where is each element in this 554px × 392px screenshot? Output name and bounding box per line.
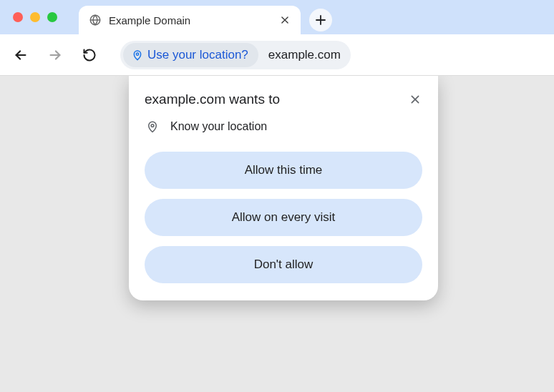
permission-prompt-title: example.com wants to <box>145 92 280 107</box>
toolbar: Use your location? example.com <box>0 34 554 76</box>
close-icon[interactable] <box>408 92 422 107</box>
svg-point-1 <box>136 53 138 55</box>
window-maximize-button[interactable] <box>47 12 57 22</box>
window-controls <box>6 0 79 34</box>
svg-point-2 <box>151 124 154 127</box>
tab-title: Example Domain <box>109 14 272 26</box>
forward-button[interactable] <box>44 44 66 66</box>
window-close-button[interactable] <box>13 12 23 22</box>
permission-label: Know your location <box>170 120 267 133</box>
address-bar[interactable]: Use your location? example.com <box>120 41 351 69</box>
deny-button[interactable]: Don't allow <box>145 246 422 283</box>
page-content: example.com wants to Know your location … <box>0 76 554 392</box>
browser-window: Example Domain <box>0 0 554 392</box>
location-chip-label: Use your location? <box>147 48 248 62</box>
back-button[interactable] <box>10 44 31 66</box>
tab-close-icon[interactable] <box>279 14 291 26</box>
location-pin-icon <box>146 120 159 133</box>
tab-strip: Example Domain <box>0 0 554 34</box>
allow-once-button[interactable]: Allow this time <box>145 152 422 189</box>
reload-button[interactable] <box>79 44 100 66</box>
location-pin-icon <box>132 49 143 61</box>
url-text: example.com <box>268 48 341 62</box>
new-tab-button[interactable] <box>309 9 332 31</box>
location-permission-chip[interactable]: Use your location? <box>123 43 258 67</box>
browser-tab[interactable]: Example Domain <box>79 6 301 34</box>
window-minimize-button[interactable] <box>30 12 40 22</box>
permission-prompt: example.com wants to Know your location … <box>129 76 438 300</box>
permission-row: Know your location <box>145 120 422 133</box>
allow-always-button[interactable]: Allow on every visit <box>145 199 422 236</box>
globe-icon <box>89 14 102 26</box>
permission-prompt-header: example.com wants to <box>145 92 422 107</box>
